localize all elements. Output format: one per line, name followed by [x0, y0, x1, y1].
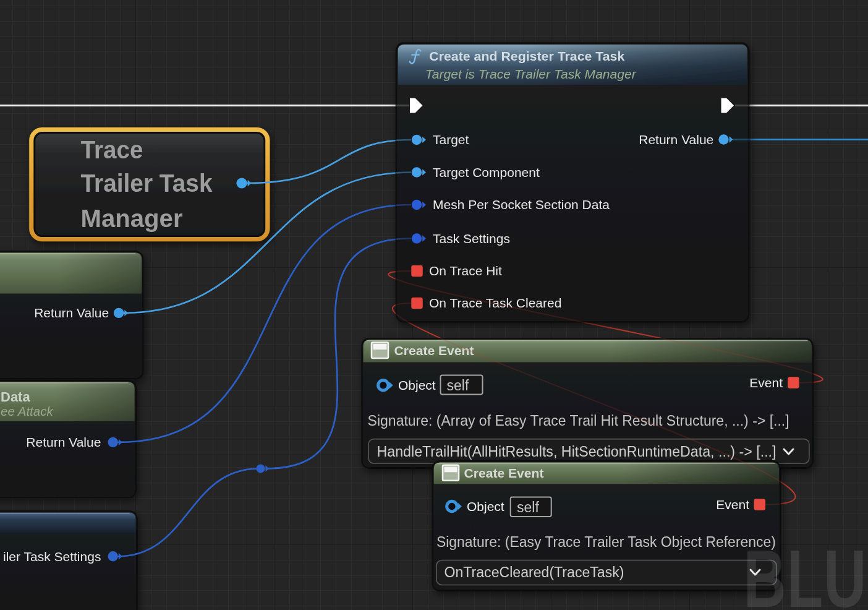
svg-text:Trailer Task: Trailer Task: [81, 169, 213, 197]
svg-text:ee Attack: ee Attack: [1, 404, 54, 418]
svg-text:Create and Register Trace Task: Create and Register Trace Task: [429, 49, 624, 63]
svg-text:Trace: Trace: [81, 135, 143, 164]
svg-text:Signature: (Array of Easy Trac: Signature: (Array of Easy Trace Trail Hi…: [368, 413, 789, 429]
svg-text:HandleTrailHit(AllHitResults,: HandleTrailHit(AllHitResults, HitSection…: [377, 444, 777, 460]
svg-text:Create Event: Create Event: [394, 343, 474, 358]
svg-text:Return Value: Return Value: [639, 132, 713, 147]
svg-text:OnTraceCleared(TraceTask): OnTraceCleared(TraceTask): [445, 564, 624, 580]
svg-text:Target: Target: [433, 132, 469, 147]
svg-text:On Trace Hit: On Trace Hit: [429, 264, 502, 278]
svg-text:Data: Data: [1, 389, 30, 405]
svg-text:Mesh Per Socket Section Data: Mesh Per Socket Section Data: [433, 197, 610, 212]
svg-text:Create Event: Create Event: [464, 466, 544, 480]
svg-text:self: self: [517, 499, 539, 515]
svg-text:Return Value: Return Value: [26, 435, 101, 449]
svg-text:BLU: BLU: [744, 533, 867, 610]
svg-text:self: self: [447, 377, 469, 393]
svg-text:Manager: Manager: [81, 204, 183, 233]
svg-text:Event: Event: [749, 376, 783, 390]
svg-text:iler Task Settings: iler Task Settings: [3, 549, 101, 564]
svg-text:Target Component: Target Component: [433, 165, 540, 179]
svg-text:Return Value: Return Value: [34, 306, 109, 320]
svg-text:Task Settings: Task Settings: [433, 231, 510, 246]
svg-text:Object: Object: [398, 378, 436, 392]
svg-text:Target is Trace Trailer Task M: Target is Trace Trailer Task Manager: [425, 67, 637, 81]
svg-text:On Trace Task Cleared: On Trace Task Cleared: [429, 296, 561, 310]
svg-text:Object: Object: [467, 499, 504, 513]
svg-text:Event: Event: [716, 497, 749, 512]
svg-text:Signature: (Easy Trace Trailer: Signature: (Easy Trace Trailer Task Obje…: [436, 534, 776, 550]
